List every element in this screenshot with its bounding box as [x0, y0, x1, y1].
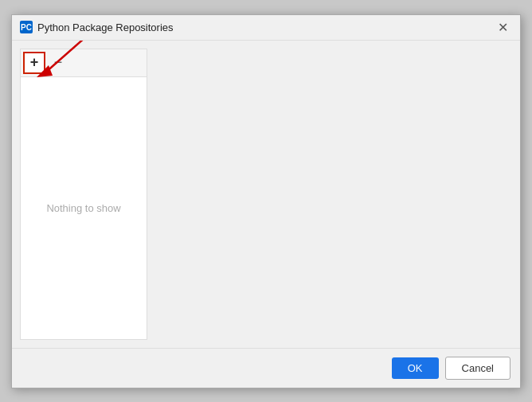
empty-message: Nothing to show — [46, 202, 120, 214]
cancel-button[interactable]: Cancel — [445, 357, 510, 380]
title-bar: PC Python Package Repositories ✕ — [12, 15, 520, 41]
toolbar: + − — [21, 49, 147, 77]
app-icon: PC — [20, 21, 33, 33]
remove-repository-button[interactable]: − — [47, 52, 69, 74]
dialog-body: + − Nothing to show — [12, 41, 520, 348]
repository-list: Nothing to show — [21, 77, 147, 339]
ok-button[interactable]: OK — [392, 357, 439, 379]
add-repository-button[interactable]: + — [23, 52, 45, 74]
right-panel — [147, 49, 512, 340]
dialog-title: Python Package Repositories — [37, 21, 493, 33]
dialog: PC Python Package Repositories ✕ + − Not… — [11, 14, 521, 388]
close-button[interactable]: ✕ — [493, 18, 512, 37]
dialog-footer: OK Cancel — [12, 348, 520, 388]
left-panel: + − Nothing to show — [20, 49, 147, 340]
